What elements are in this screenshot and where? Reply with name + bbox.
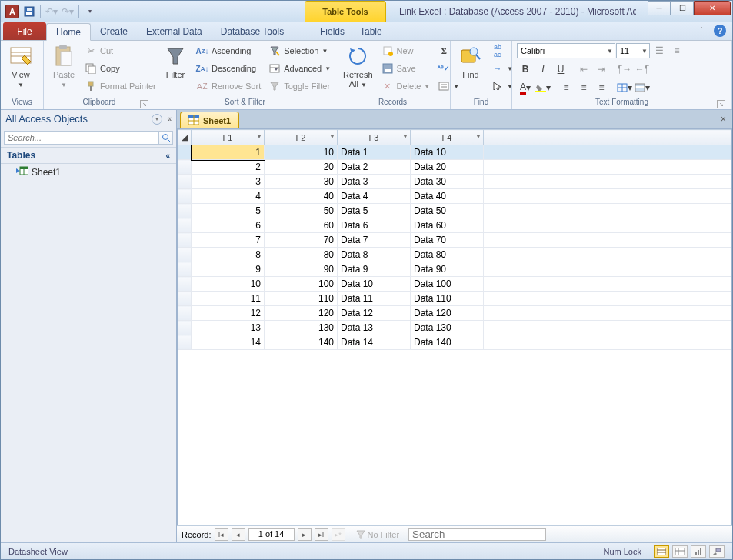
minimize-button[interactable]: ─ [648, 1, 671, 15]
chevron-down-icon[interactable]: ▼ [329, 133, 335, 140]
row-selector[interactable] [178, 189, 192, 204]
italic-button[interactable]: I [535, 62, 551, 77]
table-row[interactable]: 110Data 1Data 10 [178, 145, 732, 160]
row-selector[interactable] [178, 145, 192, 160]
selection-button[interactable]: Selection ▼ [266, 42, 333, 59]
table-row[interactable]: 13130Data 13Data 130 [178, 321, 732, 335]
refreshall-button[interactable]: Refresh All ▼ [340, 42, 376, 91]
table-row[interactable]: 220Data 2Data 20 [178, 160, 732, 175]
col-header-F3[interactable]: F3▼ [338, 130, 411, 145]
row-selector[interactable] [178, 277, 192, 292]
tab-create[interactable]: Create [91, 22, 137, 40]
cell[interactable]: Data 120 [411, 306, 484, 321]
altrow-button[interactable]: ▾ [634, 80, 651, 95]
nav-menu-icon[interactable]: ▾ [152, 114, 162, 125]
textfmt-dialog-launcher[interactable]: ↘ [717, 100, 725, 108]
find-button[interactable]: Find [455, 42, 486, 81]
table-row[interactable]: 550Data 5Data 50 [178, 204, 732, 218]
cell[interactable]: Data 5 [338, 204, 411, 218]
chevron-down-icon[interactable]: ▼ [256, 133, 262, 140]
cell[interactable]: Data 7 [338, 233, 411, 248]
filter-button[interactable]: Filter [160, 42, 191, 81]
indent-decrease-button[interactable]: ⇤ [575, 62, 592, 77]
cell[interactable]: Data 14 [338, 335, 411, 350]
cell[interactable]: Data 50 [411, 204, 484, 218]
next-record-button[interactable]: ▸ [298, 528, 312, 541]
cell[interactable]: Data 110 [411, 292, 484, 306]
minimize-ribbon-icon[interactable]: ˆ [695, 25, 708, 37]
cell[interactable]: Data 9 [338, 262, 411, 277]
qat-customize-icon[interactable]: ▾ [83, 5, 97, 18]
cell[interactable]: Data 90 [411, 262, 484, 277]
row-selector[interactable] [178, 321, 192, 335]
cell[interactable]: 50 [265, 204, 338, 218]
cell[interactable]: 13 [192, 321, 265, 335]
tab-external-data[interactable]: External Data [137, 22, 212, 40]
record-search-input[interactable] [408, 528, 546, 541]
file-tab[interactable]: File [3, 22, 46, 40]
cell[interactable]: 14 [192, 335, 265, 350]
cell[interactable]: Data 100 [411, 277, 484, 292]
align-center-button[interactable]: ≡ [575, 80, 592, 95]
cell[interactable]: 11 [192, 292, 265, 306]
view-button[interactable]: View▼ [5, 42, 36, 91]
datasheet-view-switch[interactable] [654, 545, 669, 558]
nav-item-sheet1[interactable]: Sheet1 [1, 164, 176, 180]
col-header-F1[interactable]: F1▼ [192, 130, 265, 145]
cell[interactable]: 130 [265, 321, 338, 335]
ltr-button[interactable]: ¶→ [616, 62, 633, 77]
cell[interactable]: 140 [265, 335, 338, 350]
maximize-button[interactable]: ☐ [671, 1, 694, 15]
table-row[interactable]: 14140Data 14Data 140 [178, 335, 732, 350]
removesort-button[interactable]: A̶ZRemove Sort [194, 78, 263, 95]
cell[interactable]: 12 [192, 306, 265, 321]
align-right-button[interactable]: ≡ [593, 80, 610, 95]
numbering-button[interactable]: ≡ [668, 43, 685, 58]
tab-database-tools[interactable]: Database Tools [212, 22, 294, 40]
row-selector[interactable] [178, 262, 192, 277]
table-row[interactable]: 440Data 4Data 40 [178, 189, 732, 204]
table-row[interactable]: 770Data 7Data 70 [178, 233, 732, 248]
table-row[interactable]: 990Data 9Data 90 [178, 262, 732, 277]
cell[interactable]: Data 130 [411, 321, 484, 335]
format-painter-button[interactable]: Format Painter [82, 78, 158, 95]
cell[interactable]: 9 [192, 262, 265, 277]
app-menu-button[interactable]: A [5, 5, 19, 18]
record-position[interactable]: 1 of 14 [248, 528, 295, 541]
table-row[interactable]: 11110Data 11Data 110 [178, 292, 732, 306]
cell[interactable]: Data 11 [338, 292, 411, 306]
save-button[interactable]: Save [379, 60, 433, 77]
collapse-pane-icon[interactable]: « [167, 115, 172, 123]
cell[interactable]: Data 8 [338, 248, 411, 262]
col-header-F4[interactable]: F4▼ [411, 130, 484, 145]
new-button[interactable]: New [379, 42, 433, 59]
redo-icon[interactable]: ↷▾ [61, 5, 75, 18]
nav-search-input[interactable] [4, 131, 159, 145]
last-record-button[interactable]: ▸I [315, 528, 328, 541]
cell[interactable]: Data 10 [411, 145, 484, 160]
row-selector[interactable] [178, 306, 192, 321]
cell[interactable]: 2 [192, 160, 265, 175]
datasheet-grid[interactable]: ◢F1▼F2▼F3▼F4▼110Data 1Data 10220Data 2Da… [177, 128, 732, 525]
indent-increase-button[interactable]: ⇥ [593, 62, 610, 77]
first-record-button[interactable]: I◂ [215, 528, 228, 541]
table-row[interactable]: 12120Data 12Data 120 [178, 306, 732, 321]
nofilter-indicator[interactable]: No Filter [356, 530, 400, 539]
cell[interactable]: 100 [265, 277, 338, 292]
align-left-button[interactable]: ≡ [558, 80, 575, 95]
cell[interactable]: Data 2 [338, 160, 411, 175]
row-selector[interactable] [178, 218, 192, 233]
descending-button[interactable]: ZA↓Descending [194, 60, 263, 77]
chevron-down-icon[interactable]: ▼ [402, 133, 408, 140]
tab-fields[interactable]: Fields [311, 22, 354, 40]
cell[interactable]: Data 140 [411, 335, 484, 350]
ascending-button[interactable]: AZ↓Ascending [194, 42, 263, 59]
row-selector[interactable] [178, 175, 192, 189]
cell[interactable]: Data 1 [338, 145, 411, 160]
row-selector[interactable] [178, 233, 192, 248]
cell[interactable]: Data 3 [338, 175, 411, 189]
replace-button[interactable]: abac [489, 42, 515, 59]
cell[interactable]: Data 20 [411, 160, 484, 175]
cell[interactable]: 7 [192, 233, 265, 248]
col-header-F2[interactable]: F2▼ [265, 130, 338, 145]
